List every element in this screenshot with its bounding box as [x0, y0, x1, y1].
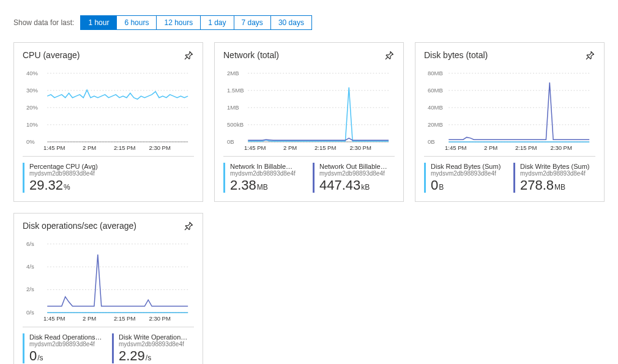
legend-item: Disk Read Bytes (Sum) mydsvm2db98893d8e4… [424, 163, 506, 193]
legend: Disk Read Bytes (Sum) mydsvm2db98893d8e4… [424, 163, 595, 193]
legend-resource: mydsvm2db98893d8e4f [29, 341, 105, 347]
legend-label: Disk Read Operations… [29, 333, 105, 341]
legend-value: 447.43kB [319, 178, 395, 193]
metric-tiles: CPU (average) 0%10%20%30%40% 1:45 PM2 PM… [13, 42, 605, 364]
svg-text:2:15 PM: 2:15 PM [114, 144, 135, 151]
metric-tile-network: Network (total) 0B500kB1MB1.5MB2MB 1:45 … [214, 42, 404, 202]
pin-icon[interactable] [582, 48, 598, 65]
svg-text:2 PM: 2 PM [83, 144, 96, 151]
svg-text:20%: 20% [26, 104, 39, 111]
svg-text:2 PM: 2 PM [283, 144, 297, 151]
legend-value: 0B [431, 178, 506, 193]
svg-text:2:30 PM: 2:30 PM [149, 315, 170, 322]
legend-resource: mydsvm2db98893d8e4f [431, 170, 506, 177]
metric-tile-disk-bytes: Disk bytes (total) 0B20MB40MB60MB80MB 1:… [415, 42, 605, 202]
svg-text:20MB: 20MB [428, 121, 443, 128]
tile-title: Network (total) [223, 50, 395, 60]
svg-text:2:30 PM: 2:30 PM [550, 144, 571, 151]
legend-item: Network In Billable… mydsvm2db98893d8e4f… [223, 163, 305, 193]
tile-title: Disk operations/sec (average) [23, 221, 194, 231]
legend-item: Network Out Billable… mydsvm2db98893d8e4… [313, 163, 395, 193]
legend-label: Network Out Billable… [319, 163, 395, 170]
svg-text:0B: 0B [227, 138, 234, 145]
svg-text:500kB: 500kB [227, 121, 244, 128]
legend-label: Percentage CPU (Avg) [29, 163, 194, 170]
legend-resource: mydsvm2db98893d8e4f [520, 170, 595, 177]
svg-text:10%: 10% [26, 121, 39, 128]
legend-value: 2.38MB [230, 178, 305, 193]
svg-text:1:45 PM: 1:45 PM [244, 144, 266, 151]
legend-value: 29.32% [29, 178, 194, 193]
svg-text:0B: 0B [428, 138, 435, 145]
time-range-group: 1 hour6 hours12 hours1 day7 days30 days [80, 15, 312, 30]
svg-text:6/s: 6/s [26, 242, 34, 247]
svg-text:2MB: 2MB [227, 71, 239, 76]
time-range-6-hours[interactable]: 6 hours [117, 16, 157, 29]
time-range-1-day[interactable]: 1 day [201, 16, 234, 29]
svg-text:2 PM: 2 PM [83, 315, 96, 322]
legend-label: Disk Read Bytes (Sum) [431, 163, 506, 170]
svg-text:1.5MB: 1.5MB [227, 87, 244, 94]
time-range-12-hours[interactable]: 12 hours [157, 16, 201, 29]
svg-text:2:15 PM: 2:15 PM [515, 144, 537, 151]
legend: Percentage CPU (Avg) mydsvm2db98893d8e4f… [23, 163, 194, 193]
svg-text:1:45 PM: 1:45 PM [43, 315, 65, 322]
legend-value: 2.29/s [119, 349, 194, 363]
legend-label: Network In Billable… [230, 163, 305, 170]
svg-text:4/s: 4/s [26, 263, 34, 270]
time-range-1-hour[interactable]: 1 hour [81, 16, 117, 29]
metric-tile-cpu: CPU (average) 0%10%20%30%40% 1:45 PM2 PM… [13, 42, 203, 202]
chart[interactable]: 0B500kB1MB1.5MB2MB 1:45 PM2 PM2:15 PM2:3… [223, 71, 395, 157]
legend-resource: mydsvm2db98893d8e4f [119, 341, 194, 347]
legend-label: Disk Write Bytes (Sum) [520, 163, 595, 170]
svg-text:2:30 PM: 2:30 PM [149, 144, 170, 151]
svg-text:2:30 PM: 2:30 PM [349, 144, 371, 151]
svg-text:2:15 PM: 2:15 PM [114, 315, 135, 322]
legend: Network In Billable… mydsvm2db98893d8e4f… [223, 163, 395, 193]
chart[interactable]: 0/s2/s4/s6/s 1:45 PM2 PM2:15 PM2:30 PM [23, 242, 194, 327]
svg-text:30%: 30% [26, 87, 39, 94]
legend-item: Percentage CPU (Avg) mydsvm2db98893d8e4f… [23, 163, 194, 193]
chart[interactable]: 0%10%20%30%40% 1:45 PM2 PM2:15 PM2:30 PM [23, 71, 194, 157]
svg-text:0%: 0% [26, 138, 35, 145]
legend: Disk Read Operations… mydsvm2db98893d8e4… [23, 333, 194, 363]
legend-item: Disk Write Operation… mydsvm2db98893d8e4… [112, 333, 194, 363]
chart[interactable]: 0B20MB40MB60MB80MB 1:45 PM2 PM2:15 PM2:3… [424, 71, 595, 157]
legend-resource: mydsvm2db98893d8e4f [29, 170, 194, 177]
svg-text:2/s: 2/s [26, 286, 34, 293]
svg-text:80MB: 80MB [428, 71, 443, 76]
legend-value: 0/s [29, 349, 105, 363]
svg-text:2 PM: 2 PM [484, 144, 497, 151]
svg-text:2:15 PM: 2:15 PM [315, 144, 336, 151]
time-range-7-days[interactable]: 7 days [234, 16, 271, 29]
pin-icon[interactable] [381, 48, 397, 65]
svg-text:1MB: 1MB [227, 104, 239, 111]
time-range-30-days[interactable]: 30 days [271, 16, 311, 29]
pin-icon[interactable] [181, 218, 196, 236]
tile-title: Disk bytes (total) [424, 50, 595, 60]
svg-text:40MB: 40MB [428, 104, 443, 111]
legend-item: Disk Read Operations… mydsvm2db98893d8e4… [23, 333, 105, 363]
legend-item: Disk Write Bytes (Sum) mydsvm2db98893d8e… [513, 163, 595, 193]
metric-tile-disk-ops: Disk operations/sec (average) 0/s2/s4/s6… [13, 213, 203, 364]
svg-text:60MB: 60MB [428, 87, 443, 94]
svg-text:40%: 40% [26, 71, 39, 76]
time-range-label: Show data for last: [13, 18, 74, 27]
time-range-toolbar: Show data for last: 1 hour6 hours12 hour… [13, 15, 605, 30]
tile-title: CPU (average) [23, 50, 194, 60]
svg-text:0/s: 0/s [26, 309, 34, 316]
legend-resource: mydsvm2db98893d8e4f [319, 170, 395, 177]
legend-value: 278.8MB [520, 178, 595, 193]
legend-label: Disk Write Operation… [119, 333, 194, 341]
pin-icon[interactable] [181, 48, 196, 65]
svg-text:1:45 PM: 1:45 PM [445, 144, 466, 151]
svg-text:1:45 PM: 1:45 PM [43, 144, 65, 151]
legend-resource: mydsvm2db98893d8e4f [230, 170, 305, 177]
